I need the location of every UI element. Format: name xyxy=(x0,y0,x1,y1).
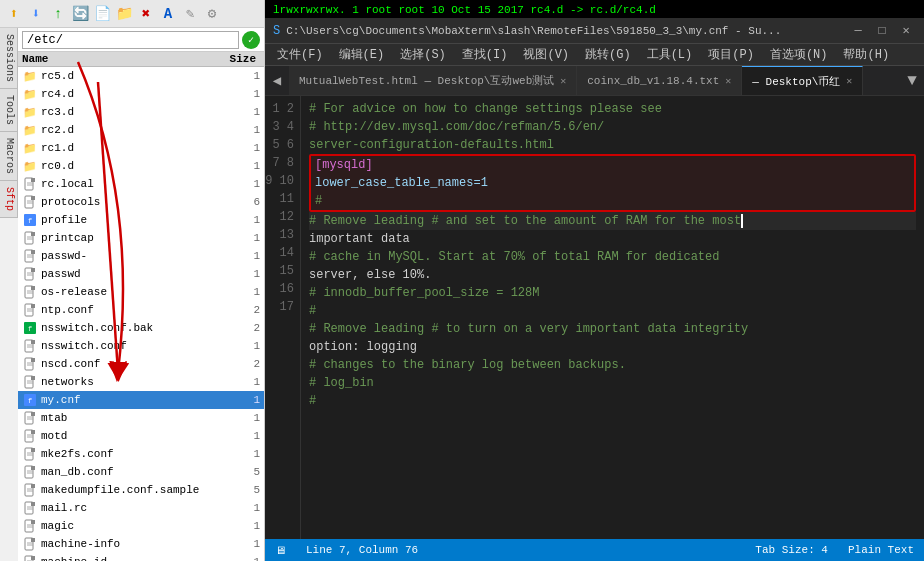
file-item[interactable]: 📁rc2.d1 xyxy=(18,121,264,139)
status-icon: 🖥 xyxy=(275,544,286,557)
tab-bar: ◀ MutualWebTest.html — Desktop\互动web测试 ✕… xyxy=(265,66,924,96)
file-size: 1 xyxy=(220,412,260,424)
line-numbers: 1 2 3 4 5 6 7 8 9 10 11 12 13 14 15 16 1… xyxy=(265,96,301,539)
file-item[interactable]: rc.local1 xyxy=(18,175,264,193)
menu-item[interactable]: 编辑(E) xyxy=(331,44,393,65)
file-item[interactable]: printcap1 xyxy=(18,229,264,247)
file-item[interactable]: 📁rc4.d1 xyxy=(18,85,264,103)
file-item[interactable]: 📁rc5.d1 xyxy=(18,67,264,85)
window-app-icon: S xyxy=(273,24,280,38)
new-folder-icon[interactable]: 📁 xyxy=(114,4,134,24)
menu-item[interactable]: 首选项(N) xyxy=(762,44,836,65)
file-size: 1 xyxy=(220,538,260,550)
path-confirm-button[interactable]: ✓ xyxy=(242,31,260,49)
size-column-header: Size xyxy=(215,53,260,65)
menu-item[interactable]: 帮助(H) xyxy=(835,44,897,65)
upload-icon[interactable]: ⬆ xyxy=(4,4,24,24)
file-item[interactable]: machine-id1 xyxy=(18,553,264,561)
code-line: [mysqld] xyxy=(315,156,910,174)
menu-item[interactable]: 视图(V) xyxy=(515,44,577,65)
menu-item[interactable]: 项目(P) xyxy=(700,44,762,65)
code-line: # changes to the binary log between back… xyxy=(309,356,916,374)
code-line: lower_case_table_names=1 xyxy=(315,174,910,192)
file-item[interactable]: fmy.cnf1 xyxy=(18,391,264,409)
file-icon xyxy=(22,248,38,264)
folder-icon: 📁 xyxy=(22,158,38,174)
sessions-tab[interactable]: Sessions xyxy=(0,28,17,89)
tab-close-icon[interactable]: ✕ xyxy=(725,75,731,87)
tab-close-icon[interactable]: ✕ xyxy=(560,75,566,87)
file-item[interactable]: mtab1 xyxy=(18,409,264,427)
menu-item[interactable]: 工具(L) xyxy=(639,44,701,65)
file-icon xyxy=(22,176,38,192)
macros-tab[interactable]: Macros xyxy=(0,132,17,181)
tools-tab[interactable]: Tools xyxy=(0,89,17,132)
file-item[interactable]: motd1 xyxy=(18,427,264,445)
file-icon xyxy=(22,266,38,282)
minimize-button[interactable]: ─ xyxy=(848,22,868,40)
file-item[interactable]: nsswitch.conf1 xyxy=(18,337,264,355)
file-size: 1 xyxy=(220,142,260,154)
delete-icon[interactable]: ✖ xyxy=(136,4,156,24)
refresh-icon[interactable]: 🔄 xyxy=(70,4,90,24)
file-item[interactable]: passwd1 xyxy=(18,265,264,283)
code-line: # Remove leading # to turn on a very imp… xyxy=(309,320,916,338)
file-item[interactable]: 📁rc1.d1 xyxy=(18,139,264,157)
file-item[interactable]: fprofile1 xyxy=(18,211,264,229)
file-item[interactable]: os-release1 xyxy=(18,283,264,301)
menu-item[interactable]: 查找(I) xyxy=(454,44,516,65)
file-item[interactable]: nscd.conf2 xyxy=(18,355,264,373)
menu-item[interactable]: 跳转(G) xyxy=(577,44,639,65)
new-file-icon[interactable]: 📄 xyxy=(92,4,112,24)
file-item[interactable]: fnsswitch.conf.bak2 xyxy=(18,319,264,337)
file-item[interactable]: makedumpfile.conf.sample5 xyxy=(18,481,264,499)
file-item[interactable]: protocols6 xyxy=(18,193,264,211)
file-icon xyxy=(22,536,38,552)
tab-desktop[interactable]: — Desktop\币红 ✕ xyxy=(742,66,863,96)
tab-coinx[interactable]: coinx_db_v1.18.4.txt ✕ xyxy=(577,66,742,96)
file-item[interactable]: magic1 xyxy=(18,517,264,535)
file-item[interactable]: man_db.conf5 xyxy=(18,463,264,481)
close-button[interactable]: ✕ xyxy=(896,22,916,40)
path-input[interactable] xyxy=(22,31,239,49)
maximize-button[interactable]: □ xyxy=(872,22,892,40)
up-dir-icon[interactable]: ↑ xyxy=(48,4,68,24)
file-item[interactable]: mke2fs.conf1 xyxy=(18,445,264,463)
code-content[interactable]: # For advice on how to change settings p… xyxy=(301,96,924,539)
file-item[interactable]: passwd-1 xyxy=(18,247,264,265)
file-icon xyxy=(22,230,38,246)
tab-mutualwebtest[interactable]: MutualWebTest.html — Desktop\互动web测试 ✕ xyxy=(289,66,577,96)
file-item[interactable]: 📁rc0.d1 xyxy=(18,157,264,175)
code-line: server-configuration-defaults.html xyxy=(309,136,916,154)
tab-close-icon[interactable]: ✕ xyxy=(846,75,852,87)
file-item[interactable]: machine-info1 xyxy=(18,535,264,553)
file-item[interactable]: networks1 xyxy=(18,373,264,391)
menu-item[interactable]: 文件(F) xyxy=(269,44,331,65)
file-list-header: Name Size xyxy=(18,52,264,67)
tab-dropdown-button[interactable]: ▼ xyxy=(900,66,924,96)
terminal-line: lrwxrwxrwx. 1 root root 10 Oct 15 2017 r… xyxy=(265,0,924,18)
tab-label: MutualWebTest.html — Desktop\互动web测试 xyxy=(299,73,554,88)
download-icon[interactable]: ⬇ xyxy=(26,4,46,24)
file-name: magic xyxy=(41,520,220,532)
edit-icon[interactable]: ✎ xyxy=(180,4,200,24)
file-size: 2 xyxy=(220,358,260,370)
file-icon xyxy=(22,518,38,534)
status-mode: Plain Text xyxy=(848,544,914,556)
file-item[interactable]: ntp.conf2 xyxy=(18,301,264,319)
settings-icon[interactable]: ⚙ xyxy=(202,4,222,24)
file-size: 1 xyxy=(220,160,260,172)
file-name: machine-id xyxy=(41,556,220,561)
file-size: 1 xyxy=(220,178,260,190)
file-size: 1 xyxy=(220,70,260,82)
sftp-tab[interactable]: Sftp xyxy=(0,181,17,218)
rename-icon[interactable]: A xyxy=(158,4,178,24)
code-line: # log_bin xyxy=(309,374,916,392)
menu-item[interactable]: 选择(S) xyxy=(392,44,454,65)
file-item[interactable]: 📁rc3.d1 xyxy=(18,103,264,121)
tab-label: — Desktop\币红 xyxy=(752,74,840,89)
tab-left-button[interactable]: ◀ xyxy=(265,66,289,96)
file-name: passwd xyxy=(41,268,220,280)
svg-text:f: f xyxy=(28,325,32,333)
file-item[interactable]: mail.rc1 xyxy=(18,499,264,517)
